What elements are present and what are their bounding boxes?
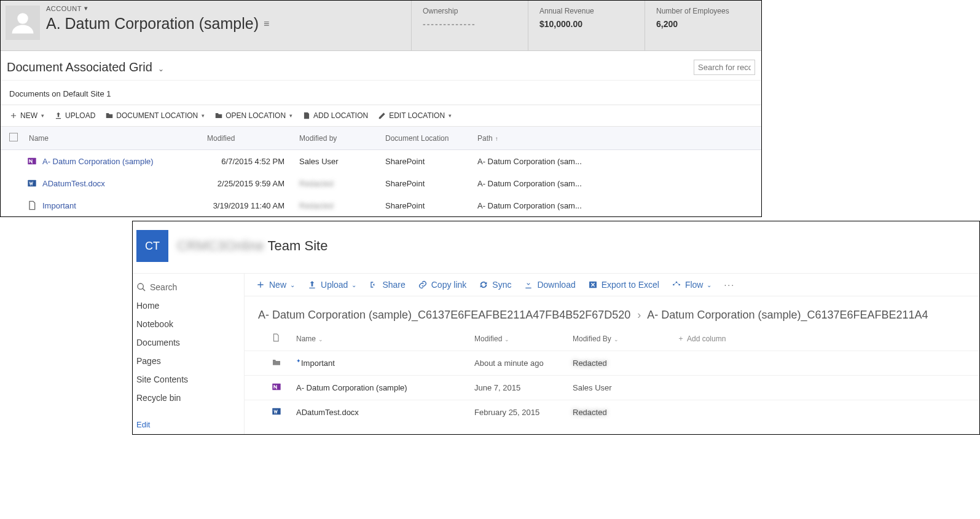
cell-modified-by: Redacted (296, 179, 382, 188)
breadcrumb-a[interactable]: A- Datum Corporation (sample)_C6137E6FEA… (258, 309, 630, 321)
col-path[interactable]: Path↑ (474, 134, 597, 143)
file-name[interactable]: ADatumTest.docx (296, 408, 474, 417)
sp-download-label: Download (537, 280, 575, 290)
caret-down-icon: ▾ (84, 4, 88, 12)
sp-header: CT CRMC3Online Team Site (133, 221, 979, 274)
col-modified[interactable]: Modified (203, 134, 296, 143)
sp-copylink-button[interactable]: Copy link (418, 280, 467, 290)
subgrid-header: Document Associated Grid ⌄ (1, 51, 761, 81)
sp-download-button[interactable]: Download (523, 280, 575, 290)
col-modified-by[interactable]: Modified by (296, 134, 382, 143)
col-name[interactable]: Name (25, 134, 203, 143)
new-indicator-icon: ✦ (296, 358, 301, 364)
account-dropdown[interactable]: ACCOUNT ▾ (46, 4, 406, 12)
file-link[interactable]: Important (42, 201, 76, 210)
sp-add-column[interactable]: ＋Add column (677, 333, 726, 344)
sp-excel-label: Export to Excel (602, 280, 659, 290)
stat-ownership-label: Ownership (423, 7, 517, 15)
edit-location-button[interactable]: EDIT LOCATION▾ (378, 111, 452, 120)
sp-upload-label: Upload (321, 280, 348, 290)
svg-point-3 (138, 283, 143, 289)
stat-revenue-value: $10,000.00 (539, 19, 633, 29)
new-button[interactable]: NEW▾ (9, 111, 44, 120)
word-icon (272, 406, 296, 418)
sp-flow-button[interactable]: Flow⌄ (672, 280, 712, 290)
crm-header: ACCOUNT ▾ A. Datum Corporation (sample) … (1, 1, 761, 51)
svg-point-0 (17, 13, 28, 24)
col-doc-location[interactable]: Document Location (382, 134, 474, 143)
sp-search[interactable]: Search (136, 282, 241, 292)
file-link[interactable]: ADatumTest.docx (42, 179, 105, 188)
cell-modified-by: Redacted (296, 201, 382, 210)
sp-export-excel-button[interactable]: Export to Excel (588, 280, 659, 290)
sp-nav-list: HomeNotebookDocumentsPagesSite ContentsR… (136, 301, 241, 411)
sp-nav-item[interactable]: Documents (136, 338, 241, 347)
chevron-down-icon: ⌄ (351, 282, 356, 288)
subgrid-subtitle: Documents on Default Site 1 (1, 81, 761, 105)
crm-grid-header: Name Modified Modified by Document Locat… (1, 127, 761, 150)
table-row[interactable]: ADatumTest.docx2/25/2015 9:59 AMRedacted… (1, 172, 761, 194)
stat-ownership: Ownership ------------- (411, 1, 528, 50)
file-name[interactable]: A- Datum Corporation (sample) (296, 383, 474, 392)
list-item[interactable]: ✦ImportantAbout a minute agoRedacted (245, 351, 979, 375)
sp-col-modified-by[interactable]: Modified By⌄ (573, 335, 677, 343)
open-location-label: OPEN LOCATION (225, 111, 286, 120)
subgrid-title-dropdown[interactable]: Document Associated Grid ⌄ (7, 60, 164, 74)
sp-nav-item[interactable]: Pages (136, 356, 241, 366)
crm-title-area: ACCOUNT ▾ A. Datum Corporation (sample) … (44, 1, 411, 50)
sp-share-button[interactable]: Share (369, 280, 405, 290)
sp-col-modified[interactable]: Modified⌄ (474, 335, 573, 343)
document-location-button[interactable]: DOCUMENT LOCATION▾ (105, 111, 205, 120)
col-by-label: Modified by (299, 134, 337, 143)
sp-nav-item[interactable]: Site Contents (136, 374, 241, 384)
table-row[interactable]: A- Datum Corporation (sample)6/7/2015 4:… (1, 150, 761, 172)
sharepoint-panel: CT CRMC3Online Team Site Search HomeNote… (132, 221, 980, 435)
cell-modified: 2/25/2015 9:59 AM (203, 179, 296, 188)
select-all-checkbox[interactable] (9, 133, 18, 141)
site-title[interactable]: CRMC3Online Team Site (177, 238, 327, 254)
sp-more-button[interactable]: ··· (724, 280, 735, 290)
subgrid-title-text: Document Associated Grid (7, 60, 152, 74)
sp-col-icon[interactable] (272, 333, 296, 344)
sp-sync-button[interactable]: Sync (479, 280, 511, 290)
table-row[interactable]: Important3/19/2019 11:40 AMRedactedShare… (1, 194, 761, 216)
onenote-icon (25, 156, 39, 166)
cell-path: A- Datum Corporation (sam... (474, 157, 597, 166)
account-label-text: ACCOUNT (46, 5, 82, 12)
sp-share-label: Share (382, 280, 405, 290)
page-icon (25, 200, 39, 210)
sp-nav-edit[interactable]: Edit (136, 420, 241, 429)
sp-col-mod-label: Modified (474, 335, 502, 343)
search-input[interactable] (694, 60, 755, 75)
list-item[interactable]: ADatumTest.docxFebruary 25, 2015Redacted (245, 400, 979, 424)
sp-col-name[interactable]: Name⌄ (296, 335, 474, 343)
crm-toolbar: NEW▾ UPLOAD DOCUMENT LOCATION▾ OPEN LOCA… (1, 105, 761, 127)
open-location-button[interactable]: OPEN LOCATION▾ (214, 111, 292, 120)
file-name[interactable]: ✦Important (296, 358, 474, 368)
list-icon[interactable]: ≡ (264, 18, 269, 30)
site-title-prefix: CRMC3Online (177, 238, 264, 253)
sp-left-nav: Search HomeNotebookDocumentsPagesSite Co… (133, 274, 245, 434)
cell-modified: 3/19/2019 11:40 AM (203, 201, 296, 210)
chevron-down-icon: ⌄ (290, 282, 295, 288)
col-name-label: Name (29, 134, 49, 143)
sp-nav-item[interactable]: Recycle bin (136, 393, 241, 403)
list-item[interactable]: A- Datum Corporation (sample)June 7, 201… (245, 375, 979, 400)
cell-modified: 6/7/2015 4:52 PM (203, 157, 296, 166)
upload-button[interactable]: UPLOAD (54, 111, 95, 120)
cell-modified-by: Sales User (296, 157, 382, 166)
record-title-text: A. Datum Corporation (sample) (46, 15, 259, 33)
file-link[interactable]: A- Datum Corporation (sample) (42, 157, 154, 166)
sp-new-button[interactable]: New⌄ (256, 280, 295, 290)
site-tile[interactable]: CT (136, 230, 168, 262)
sp-nav-item[interactable]: Home (136, 301, 241, 311)
cell-doc-location: SharePoint (382, 179, 474, 188)
cell-modified: June 7, 2015 (474, 383, 573, 392)
sp-command-bar: New⌄ Upload⌄ Share Copy link Sync Downlo… (245, 274, 979, 296)
breadcrumb-b: A- Datum Corporation (sample)_C6137E6FEA… (647, 309, 928, 321)
sp-flow-label: Flow (685, 280, 704, 290)
add-location-button[interactable]: ADD LOCATION (302, 111, 368, 120)
plus-icon: ＋ (677, 333, 684, 344)
sp-nav-item[interactable]: Notebook (136, 319, 241, 329)
sp-upload-button[interactable]: Upload⌄ (307, 280, 356, 290)
